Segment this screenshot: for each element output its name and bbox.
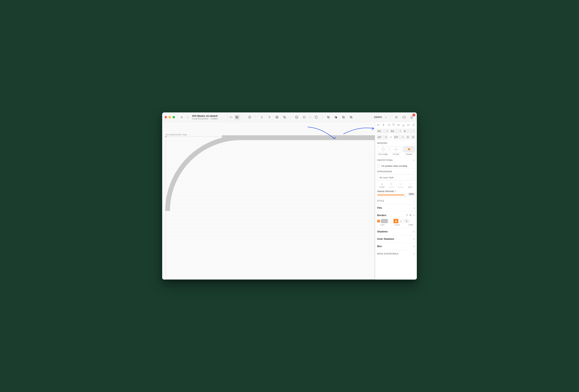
flip-horizontal[interactable] <box>405 135 410 139</box>
canvas-view[interactable] <box>228 115 234 119</box>
add-inner-shadow-icon[interactable]: + <box>413 237 415 241</box>
add-border-icon[interactable]: + <box>413 214 415 217</box>
rotate-button[interactable] <box>313 114 319 120</box>
add-shadow-icon[interactable]: + <box>413 230 415 233</box>
zoom-chevron-icon[interactable] <box>385 116 387 118</box>
svg-rect-16 <box>343 117 345 118</box>
distribute-h[interactable] <box>406 123 411 127</box>
resizing-header: Resizing <box>377 142 387 144</box>
view-mode-segment <box>227 114 240 120</box>
difference-button[interactable] <box>348 114 354 120</box>
transform-button[interactable] <box>301 114 307 120</box>
forward-button[interactable] <box>259 114 265 120</box>
union-button[interactable] <box>326 114 331 120</box>
group-button[interactable] <box>274 114 280 120</box>
svg-rect-17 <box>350 116 352 117</box>
appearance-section: Appearance⌄ No Layer Style⌄ +Create ⟳Upd… <box>375 168 417 197</box>
borders-row: Borders ⚙ ◧ + <box>375 212 417 219</box>
inner-shadows-row[interactable]: Inner Shadows+ <box>375 235 417 243</box>
align-vcenter[interactable] <box>396 123 401 127</box>
svg-rect-1 <box>236 116 237 117</box>
notification-badge: 2 <box>412 114 415 116</box>
border-options-icon[interactable]: ◧ <box>410 214 412 217</box>
transform-chevron-icon[interactable] <box>309 116 311 118</box>
inspector-panel: 0.5X 0.5Y 0° 127W 127H Resizing⌄ Pin to … <box>375 122 417 280</box>
opacity-knob[interactable] <box>404 194 406 196</box>
style-chevron-icon[interactable]: ⌄ <box>413 200 415 202</box>
shadows-row[interactable]: Shadows+ <box>375 228 417 235</box>
flip-vertical[interactable] <box>411 135 416 139</box>
fix-size[interactable] <box>390 146 402 152</box>
minimize-window[interactable] <box>169 116 171 118</box>
exportable-row[interactable]: Make Exportable+ <box>375 250 417 257</box>
blur-row[interactable]: Blur+ <box>375 243 417 250</box>
pin-to-edge[interactable] <box>377 146 389 152</box>
fix-position-checkbox[interactable] <box>377 165 380 167</box>
border-center[interactable]: ▣ <box>393 219 398 223</box>
align-left[interactable] <box>376 123 380 127</box>
zoom-level[interactable]: 1600% <box>372 116 383 118</box>
align-hcenter[interactable] <box>381 123 385 127</box>
alignment-row <box>375 122 417 128</box>
border-outside[interactable]: ▭ <box>398 219 403 223</box>
create-symbol-button[interactable] <box>247 114 252 120</box>
add-prototype-icon[interactable]: + <box>413 159 415 162</box>
svg-rect-22 <box>408 148 410 150</box>
app-window: iOS Masks v2.sketch Local Document — Edi… <box>162 112 417 280</box>
add-export-icon[interactable]: + <box>413 252 415 255</box>
appearance-header: Appearance <box>377 170 392 173</box>
subtract-button[interactable] <box>333 114 339 120</box>
doc-name: iOS Masks v2.sketch <box>192 114 224 117</box>
intersect-button[interactable] <box>341 114 346 120</box>
svg-rect-5 <box>276 116 278 118</box>
opacity-slider[interactable] <box>377 195 406 195</box>
annotation-arrow-2 <box>342 125 375 136</box>
width-field[interactable]: 127W <box>376 135 388 139</box>
border-color-swatch[interactable] <box>381 219 388 223</box>
preview-button[interactable] <box>394 114 399 120</box>
height-field[interactable]: 127H <box>393 135 405 139</box>
insert-button[interactable] <box>179 114 185 120</box>
border-width-field[interactable]: 1 <box>404 219 409 223</box>
appearance-chevron-icon[interactable]: ⌄ <box>413 170 415 173</box>
canvas[interactable]: ios-mask-border copy <box>162 122 375 280</box>
border-settings-icon[interactable]: ⚙ <box>406 214 408 217</box>
border-enabled-checkbox[interactable] <box>377 220 380 223</box>
y-field[interactable]: 0.5Y <box>390 129 402 133</box>
close-window[interactable] <box>165 116 167 118</box>
x-field[interactable]: 0.5X <box>376 129 389 133</box>
opacity-value[interactable]: 100% <box>408 192 415 196</box>
add-fill-icon[interactable]: + <box>413 206 415 210</box>
window-controls <box>165 116 175 118</box>
style-create[interactable]: +Create <box>377 182 386 188</box>
cloud-button[interactable] <box>401 114 407 120</box>
svg-rect-19 <box>390 137 391 138</box>
fix-position-row[interactable]: Fix position when scrolling <box>375 163 417 168</box>
opacity-label[interactable]: Opacity (Normal)⇅ <box>377 190 415 192</box>
resize-preview[interactable] <box>403 146 415 152</box>
rotation-field[interactable]: 0° <box>403 129 416 133</box>
align-bottom[interactable] <box>401 123 406 127</box>
align-right[interactable] <box>386 123 390 127</box>
notifications-button[interactable]: 2 <box>409 114 414 120</box>
align-top[interactable] <box>391 123 395 127</box>
style-more[interactable]: ⋯More <box>405 182 415 188</box>
lock-aspect-icon[interactable] <box>389 135 392 139</box>
border-inside[interactable]: ▫ <box>389 219 393 223</box>
add-blur-icon[interactable]: + <box>413 245 415 248</box>
svg-rect-14 <box>336 117 337 118</box>
fills-row[interactable]: Fills+ <box>375 204 417 212</box>
components-view[interactable] <box>234 115 240 119</box>
size-row: 127W 127H <box>375 134 417 140</box>
backward-button[interactable] <box>267 114 272 120</box>
layer-style-select[interactable]: No Layer Style⌄ <box>377 174 415 180</box>
insert-chevron-icon[interactable] <box>187 116 189 118</box>
svg-rect-20 <box>382 148 384 150</box>
resize-handle-tl[interactable] <box>165 136 167 137</box>
edit-button[interactable] <box>294 114 299 120</box>
resizing-chevron-icon[interactable]: ⌄ <box>413 142 415 144</box>
distribute-v[interactable] <box>411 123 416 127</box>
zoom-window[interactable] <box>173 116 175 118</box>
svg-rect-3 <box>236 117 237 118</box>
ungroup-button[interactable] <box>282 114 287 120</box>
